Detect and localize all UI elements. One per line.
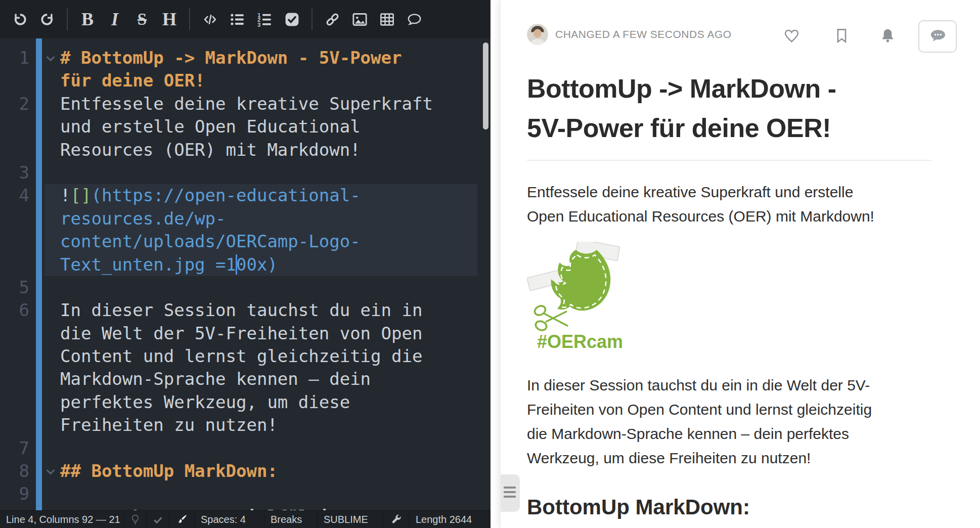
line-number: 6 <box>0 299 29 322</box>
linebreak-mode-status[interactable]: Breaks <box>264 511 318 528</box>
fold-chevron-icon[interactable] <box>47 466 55 475</box>
link-icon[interactable] <box>319 5 346 33</box>
editor-line-row[interactable]: 3 <box>0 161 491 184</box>
code-text: ## BottomUp MarkDown: <box>60 461 278 481</box>
editor-line-row[interactable]: Text_unten.jpg =100x) <box>0 253 491 276</box>
code-text: für deine OER! <box>60 70 205 91</box>
editor-line-row[interactable]: Markdown-Sprache kennen – dein <box>0 368 491 390</box>
editor-line-row[interactable]: Freiheiten zu nutzen! <box>0 414 491 436</box>
editor-line-row[interactable]: Content und lernst gleichzeitig die <box>0 345 491 368</box>
hamburger-icon <box>504 487 516 500</box>
unordered-list-icon[interactable] <box>224 5 251 33</box>
strikethrough-icon[interactable]: S <box>128 5 156 33</box>
editor-line-row[interactable]: resources.de/wp- <box>0 207 491 230</box>
line-number: 5 <box>0 276 29 299</box>
preview-subheading: BottomUp MarkDown: <box>527 496 931 519</box>
preview-paragraph-1: Entfessele deine kreative Superkraft und… <box>527 180 942 229</box>
preview-title: BottomUp -> MarkDown - 5V-Power für dein… <box>527 69 942 148</box>
editor-line-row[interactable]: 1# BottomUp -> MarkDown - 5V-Power <box>0 47 491 69</box>
code-text: Markdown-Sprache kennen – dein <box>60 369 371 389</box>
night-mode-toggle[interactable] <box>124 511 147 528</box>
code-text: **Verwahren & Vervielfältigen** <box>60 507 381 510</box>
editor-line-row[interactable]: 9 <box>0 482 491 505</box>
bookmark-icon[interactable] <box>833 27 850 46</box>
title-divider <box>527 160 931 161</box>
italic-icon[interactable]: I <box>101 5 128 33</box>
code-editor[interactable]: 1# BottomUp -> MarkDown - 5V-Powerfür de… <box>0 38 491 510</box>
cursor-position-status: Line 4, Columns 92 — 21 <box>0 511 124 528</box>
indent-mode-status[interactable]: Spaces: 4 <box>195 511 264 528</box>
heading-icon[interactable]: H <box>156 5 183 33</box>
line-number: 9 <box>0 482 29 505</box>
code-text: In dieser Session tauchst du ein in <box>60 300 422 320</box>
fold-chevron-icon[interactable] <box>47 53 55 62</box>
code-text: content/uploads/OERCamp-Logo- <box>60 231 361 251</box>
code-text: perfektes Werkzeug, um diese <box>60 392 350 412</box>
code-text: # BottomUp -> MarkDown - 5V-Power <box>60 48 402 68</box>
oercamp-logo-image: #OERcamp <box>527 242 624 354</box>
editor-line-row[interactable]: 5 <box>0 276 491 299</box>
preview-pane: CHANGED A FEW SECONDS AGO BottomUp -> Ma… <box>501 0 980 528</box>
code-text: Freiheiten zu nutzen! <box>60 415 278 435</box>
toolbar-divider <box>67 8 68 30</box>
code-text: Content und lernst gleichzeitig die <box>60 346 422 366</box>
code-text: Resources (OER) mit Markdown! <box>60 140 361 160</box>
heart-icon[interactable] <box>783 27 800 46</box>
task-list-icon[interactable] <box>278 5 305 33</box>
line-number: 1 <box>0 47 29 69</box>
editor-line-row[interactable]: und erstelle Open Educational <box>0 115 491 138</box>
code-lines: 1# BottomUp -> MarkDown - 5V-Powerfür de… <box>0 38 491 510</box>
editor-line-row[interactable]: die Welt der 5V-Freiheiten von Open <box>0 322 491 345</box>
preview-paragraph-2: In dieser Session tauchst du ein in die … <box>527 373 942 470</box>
line-number: 3 <box>0 161 29 184</box>
redo-icon[interactable] <box>33 5 61 33</box>
line-number: 2 <box>0 93 29 115</box>
split-markdown-editor: BISH123 1# BottomUp -> MarkDown - 5V-Pow… <box>0 0 980 528</box>
editor-line-row[interactable]: perfektes Werkzeug, um diese <box>0 391 491 414</box>
bell-icon[interactable] <box>879 27 896 46</box>
editor-line-row[interactable]: 8## BottomUp MarkDown: <box>0 460 491 482</box>
note-actions <box>783 20 957 53</box>
editor-line-row[interactable]: 4![](https://open-educational- <box>0 184 491 207</box>
code-text: und erstelle Open Educational <box>60 116 361 137</box>
ordered-list-icon[interactable]: 123 <box>251 5 278 33</box>
code-text: Entfessele deine kreative Superkraft <box>60 94 433 114</box>
oercamp-logo-label: #OERcamp <box>537 331 624 352</box>
editor-toolbar: BISH123 <box>0 0 491 38</box>
comment-icon[interactable] <box>400 5 428 33</box>
toc-handle[interactable] <box>501 474 520 512</box>
line-number: 8 <box>0 460 29 482</box>
editor-line-row[interactable]: 6In dieser Session tauchst du ein in <box>0 299 491 322</box>
bold-icon[interactable]: B <box>74 5 101 33</box>
editor-line-row[interactable]: Resources (OER) mit Markdown! <box>0 139 491 161</box>
user-avatar <box>527 24 548 45</box>
editor-line-row[interactable]: 10**Verwahren & Vervielfältigen** <box>0 506 491 510</box>
linter-toggle[interactable] <box>169 511 195 528</box>
image-icon[interactable] <box>346 5 373 33</box>
editor-line-row[interactable]: für deine OER! <box>0 69 491 92</box>
comments-button[interactable] <box>918 20 957 53</box>
preferences-button[interactable] <box>383 511 410 528</box>
svg-text:3: 3 <box>257 22 260 27</box>
line-number: 4 <box>0 184 29 207</box>
table-icon[interactable] <box>373 5 400 33</box>
spellcheck-toggle[interactable] <box>147 511 169 528</box>
editor-line-row[interactable]: 7 <box>0 437 491 460</box>
document-length-status: Length 2644 <box>410 511 491 528</box>
editor-statusbar: Line 4, Columns 92 — 21Spaces: 4BreaksSU… <box>0 510 491 528</box>
code-text: die Welt der 5V-Freiheiten von Open <box>60 323 422 343</box>
code-text: Text_unten.jpg =100x) <box>60 254 278 275</box>
editor-scrollbar[interactable] <box>483 42 488 129</box>
line-number: 7 <box>0 437 29 460</box>
keymap-status[interactable]: SUBLIME <box>318 511 383 528</box>
editor-line-row[interactable]: content/uploads/OERCamp-Logo- <box>0 230 491 253</box>
code-text: ![](https://open-educational- <box>60 185 361 205</box>
toolbar-divider <box>189 8 190 30</box>
toolbar-divider <box>311 8 313 30</box>
editor-pane: BISH123 1# BottomUp -> MarkDown - 5V-Pow… <box>0 0 491 528</box>
undo-icon[interactable] <box>6 5 33 33</box>
code-text: resources.de/wp- <box>60 208 226 229</box>
last-changed-label: CHANGED A FEW SECONDS AGO <box>555 28 732 40</box>
editor-line-row[interactable]: 2Entfessele deine kreative Superkraft <box>0 93 491 115</box>
code-icon[interactable] <box>196 5 224 33</box>
